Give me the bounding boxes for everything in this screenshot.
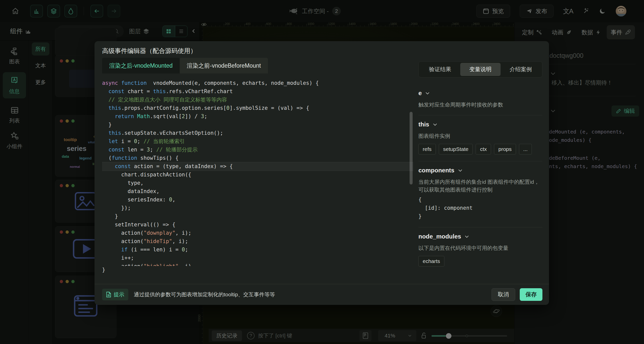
modal-footer: 提示 通过提供的参数可为图表增加定制化的tooltip、交互事件等等 取消 保存	[95, 284, 549, 305]
section-components: components当前大屏内所有组件的集合id 图表组件中的配置id，可以获取…	[418, 161, 542, 227]
hint-badge: 提示	[102, 289, 128, 300]
section-header[interactable]: components	[418, 167, 542, 174]
code-line[interactable]: if (i === len) i = 0;	[102, 246, 413, 254]
code-line[interactable]: chart.dispatchAction({	[102, 171, 413, 179]
modal-side-panel: 验证结果 变量说明 介绍案例 e触发对应生命周期事件时接收的参数this图表组件…	[418, 61, 542, 273]
section-desc: 触发对应生命周期事件时接收的参数	[418, 101, 542, 109]
section-desc: 图表组件实例	[418, 132, 542, 140]
variable-tag: echarts	[418, 256, 444, 267]
save-button[interactable]: 保存	[520, 288, 542, 301]
variable-tag: ctx	[476, 144, 491, 154]
code-line[interactable]: this.props.chartConfig.option.series[0].…	[102, 104, 413, 112]
code-line[interactable]: (function showTips() {	[102, 154, 413, 162]
code-line[interactable]: // 定义地图原点大小 同理可自定义标签等等内容	[102, 96, 413, 104]
code-line[interactable]: action("highlight", i)	[102, 262, 413, 266]
code-closing-brace: }	[102, 267, 105, 273]
code-editor[interactable]: async function vnodeMounted(e, component…	[102, 79, 413, 266]
hint-text: 通过提供的参数可为图表增加定制化的tooltip、交互事件等等	[134, 291, 275, 298]
section-e: e触发对应生命周期事件时接收的参数	[418, 84, 542, 115]
code-line[interactable]: const chart = this.refs.vChartRef.chart	[102, 87, 413, 96]
variable-tags: echarts	[418, 256, 542, 267]
code-line[interactable]: const len = 3; // 轮播部分提示	[102, 146, 413, 154]
section-header[interactable]: this	[418, 121, 542, 128]
variable-tag: setupState	[439, 144, 473, 154]
tab-vnode-before-mount[interactable]: 渲染之前-vnodeBeforeMount	[180, 58, 268, 73]
chevron-down-icon[interactable]	[425, 90, 430, 96]
code-line[interactable]: let i = 0; // 当前轮播索引	[102, 137, 413, 146]
code-line[interactable]: const action = (type, dataIndex) => {	[102, 162, 413, 171]
variable-tag: props	[494, 144, 516, 154]
code-line[interactable]: this.setupState.vEchartsSetOption();	[102, 129, 413, 137]
tab-intro-example[interactable]: 介绍案例	[501, 63, 541, 76]
tab-variable-doc[interactable]: 变量说明	[460, 63, 501, 76]
chevron-down-icon[interactable]	[457, 168, 463, 173]
code-line[interactable]: seriesIndex: 0,	[102, 196, 413, 204]
tab-validate-result[interactable]: 验证结果	[420, 63, 460, 76]
modal-title: 高级事件编辑器（配合源码使用）	[102, 47, 197, 55]
code-line[interactable]: action("hideTip", i);	[102, 237, 413, 246]
code-line[interactable]: type,	[102, 179, 413, 187]
code-line[interactable]: return Math.sqrt(val[2]) / 3;	[102, 112, 413, 121]
section-node_modules: node_modules以下是内置在代码环境中可用的包变量echarts	[418, 227, 542, 273]
code-line[interactable]: setInterval(() => {	[102, 221, 413, 229]
section-name: this	[418, 121, 429, 128]
hint-badge-label: 提示	[114, 291, 124, 298]
variable-tags: refssetupStatectxprops...	[418, 144, 542, 154]
doc-icon	[106, 292, 111, 298]
section-header[interactable]: node_modules	[418, 233, 542, 240]
tab-vnode-mounted[interactable]: 渲染之后-vnodeMounted	[102, 58, 180, 73]
section-this: this图表组件实例refssetupStatectxprops...	[418, 115, 542, 161]
code-line[interactable]: dataIndex,	[102, 187, 413, 196]
section-header[interactable]: e	[418, 90, 542, 97]
editor-scrollbar[interactable]	[410, 112, 413, 184]
section-name: components	[418, 167, 454, 174]
section-desc: 当前大屏内所有组件的集合id 图表组件中的配置id，可以获取其他图表组件进行控制	[418, 178, 542, 194]
code-line[interactable]: }	[102, 212, 413, 221]
lifecycle-tabs: 渲染之后-vnodeMounted 渲染之前-vnodeBeforeMount	[102, 58, 268, 73]
variable-sections: e触发对应生命周期事件时接收的参数this图表组件实例refssetupStat…	[418, 84, 542, 273]
app-root: 工作空间 - 2 预览 发布 文A 组件	[0, 0, 644, 344]
code-line[interactable]: });	[102, 204, 413, 212]
side-tabs: 验证结果 变量说明 介绍案例	[418, 61, 542, 77]
code-line[interactable]: action("downplay", i);	[102, 229, 413, 237]
section-desc: 以下是内置在代码环境中可用的包变量	[418, 244, 542, 252]
section-name: node_modules	[418, 233, 461, 240]
section-name: e	[418, 90, 422, 97]
code-line[interactable]: async function vnodeMounted(e, component…	[102, 79, 413, 87]
chevron-down-icon[interactable]	[464, 234, 470, 239]
cancel-button[interactable]: 取消	[492, 288, 515, 301]
code-line[interactable]: i++;	[102, 254, 413, 262]
chevron-down-icon[interactable]	[432, 122, 438, 127]
variable-tag: ...	[519, 144, 532, 154]
code-line[interactable]: }	[102, 121, 413, 129]
section-code: { [id]: component }	[418, 196, 542, 221]
event-editor-modal: 高级事件编辑器（配合源码使用） 渲染之后-vnodeMounted 渲染之前-v…	[95, 41, 549, 305]
variable-tag: refs	[418, 144, 436, 154]
